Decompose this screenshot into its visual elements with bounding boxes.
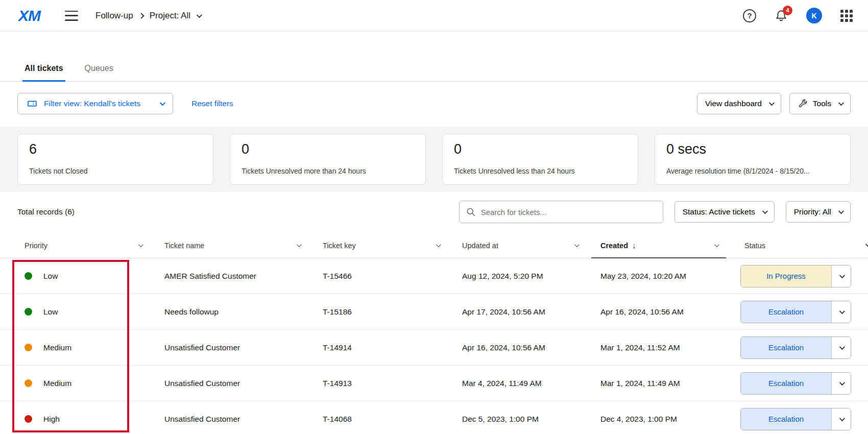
tools-label: Tools: [813, 99, 831, 108]
priority-label: Medium: [43, 343, 71, 352]
status-filter-dropdown[interactable]: Status: Active tickets: [674, 201, 775, 223]
status-dropdown[interactable]: Escalation: [740, 301, 851, 323]
column-header-ticket-key[interactable]: Ticket key: [323, 242, 462, 250]
breadcrumb-followup[interactable]: Follow-up: [95, 11, 133, 21]
table-body: Low AMER Satisfied Customer T-15466 Aug …: [0, 258, 868, 434]
stat-label: Tickets not Closed: [29, 167, 202, 177]
chevron-down-icon[interactable]: [865, 242, 868, 247]
status-dropdown[interactable]: Escalation: [740, 408, 851, 430]
chevron-down-icon[interactable]: [197, 12, 202, 17]
wrench-icon: [798, 99, 808, 109]
priority-dot: [25, 344, 32, 351]
stat-card-unresolved-less-24h: 0 Tickets Unresolved less than 24 hours: [442, 134, 638, 185]
chevron-down-icon[interactable]: [831, 266, 851, 287]
view-dashboard-button[interactable]: View dashboard: [697, 93, 781, 114]
stats-band: 6 Tickets not Closed 0 Tickets Unresolve…: [0, 127, 868, 192]
top-bar: XM Follow-up Project: All ? 4 K: [0, 0, 868, 32]
filter-bar: Filter view: Kendall's tickets Reset fil…: [0, 92, 868, 115]
total-records-label: Total records (6): [17, 207, 75, 216]
table-row[interactable]: Medium Unsatisfied Customer T-14913 Mar …: [0, 366, 868, 401]
records-bar: Total records (6) Status: Active tickets…: [0, 200, 868, 224]
created-at: Dec 4, 2023, 1:00 PM: [600, 415, 740, 424]
chevron-down-icon[interactable]: [714, 242, 719, 247]
tab-all-tickets[interactable]: All tickets: [25, 64, 63, 81]
status-dropdown[interactable]: Escalation: [740, 372, 851, 395]
chevron-down-icon[interactable]: [574, 242, 580, 247]
column-header-ticket-name[interactable]: Ticket name: [164, 242, 323, 250]
priority-dot: [25, 272, 32, 280]
xm-logo: XM: [18, 7, 40, 25]
stat-value: 0: [242, 141, 414, 157]
status-badge: Escalation: [741, 337, 831, 358]
breadcrumb-project[interactable]: Project: All: [150, 11, 190, 21]
updated-at: Dec 5, 2023, 1:00 PM: [462, 415, 600, 424]
ticket-name: Unsatisfied Customer: [164, 343, 323, 352]
help-icon[interactable]: ?: [743, 9, 756, 22]
sort-desc-icon: ↓: [632, 241, 636, 250]
priority-label: High: [43, 415, 60, 424]
stat-label: Tickets Unresolved more than 24 hours: [242, 167, 414, 177]
stat-value: 0 secs: [666, 141, 839, 157]
stat-value: 0: [454, 141, 626, 157]
created-at: Mar 1, 2024, 11:49 AM: [600, 379, 740, 388]
chevron-down-icon: [160, 100, 165, 106]
table-row[interactable]: Low AMER Satisfied Customer T-15466 Aug …: [0, 258, 868, 294]
avatar[interactable]: K: [806, 8, 822, 23]
chevron-down-icon[interactable]: [138, 242, 143, 247]
column-header-priority[interactable]: Priority: [25, 242, 164, 250]
column-header-status[interactable]: Status: [740, 242, 851, 250]
column-header-created[interactable]: Created↓: [600, 241, 740, 250]
notifications-button[interactable]: 4: [775, 9, 788, 22]
hamburger-menu-icon[interactable]: [65, 11, 78, 21]
ticket-key: T-14068: [323, 415, 462, 424]
chevron-down-icon[interactable]: [297, 242, 302, 247]
chevron-down-icon[interactable]: [831, 373, 851, 394]
ticket-key: T-15466: [323, 272, 462, 281]
search-input[interactable]: [481, 208, 657, 216]
reset-filters-link[interactable]: Reset filters: [191, 99, 233, 108]
chevron-down-icon[interactable]: [831, 337, 851, 358]
table-row[interactable]: Low Needs followup T-15186 Apr 17, 2024,…: [0, 294, 868, 330]
table-row[interactable]: High Unsatisfied Customer T-14068 Dec 5,…: [0, 401, 868, 434]
stat-value: 6: [29, 141, 202, 157]
priority-cell: Low: [25, 307, 164, 317]
filter-view-dropdown[interactable]: Filter view: Kendall's tickets: [17, 93, 173, 114]
notification-count-badge: 4: [783, 6, 792, 15]
priority-dot: [25, 379, 32, 387]
priority-label: Low: [43, 272, 58, 281]
ticket-name: Unsatisfied Customer: [164, 415, 323, 424]
chevron-down-icon[interactable]: [831, 408, 851, 430]
priority-cell: Low: [25, 272, 164, 281]
breadcrumb: Follow-up Project: All: [95, 11, 201, 21]
chevron-down-icon[interactable]: [831, 301, 851, 323]
chevron-right-icon: [138, 13, 144, 18]
stat-card-unresolved-more-24h: 0 Tickets Unresolved more than 24 hours: [230, 134, 426, 185]
stat-label: Average resolution time (8/1/2024 - 8/15…: [666, 167, 839, 177]
status-filter-label: Status: Active tickets: [683, 207, 755, 216]
ticket-search: [459, 201, 663, 223]
status-dropdown[interactable]: Escalation: [740, 336, 851, 359]
updated-at: Apr 16, 2024, 10:56 AM: [462, 343, 600, 352]
chevron-down-icon: [838, 208, 844, 214]
filter-view-label: Filter view: Kendall's tickets: [44, 99, 140, 108]
stat-label: Tickets Unresolved less than 24 hours: [454, 167, 626, 177]
table-row[interactable]: Medium Unsatisfied Customer T-14914 Apr …: [0, 330, 868, 366]
updated-at: Mar 4, 2024, 11:49 AM: [462, 379, 600, 388]
priority-cell: Medium: [25, 379, 164, 388]
stat-card-avg-resolution: 0 secs Average resolution time (8/1/2024…: [655, 134, 851, 185]
priority-cell: Medium: [25, 343, 164, 352]
tools-button[interactable]: Tools: [789, 93, 851, 114]
topbar-actions: ? 4 K: [743, 8, 853, 23]
ticket-name: Needs followup: [164, 307, 323, 317]
updated-at: Aug 12, 2024, 5:20 PM: [462, 272, 600, 281]
apps-grid-icon[interactable]: [840, 10, 853, 22]
status-dropdown[interactable]: In Progress: [740, 265, 851, 287]
tab-queues[interactable]: Queues: [85, 64, 113, 81]
status-badge: Escalation: [741, 408, 831, 430]
chevron-down-icon[interactable]: [436, 242, 441, 247]
priority-label: Low: [43, 307, 58, 317]
ticket-name: AMER Satisfied Customer: [164, 272, 323, 281]
priority-filter-dropdown[interactable]: Priority: All: [786, 201, 851, 223]
column-header-updated-at[interactable]: Updated at: [462, 242, 600, 250]
chevron-down-icon: [769, 100, 775, 106]
